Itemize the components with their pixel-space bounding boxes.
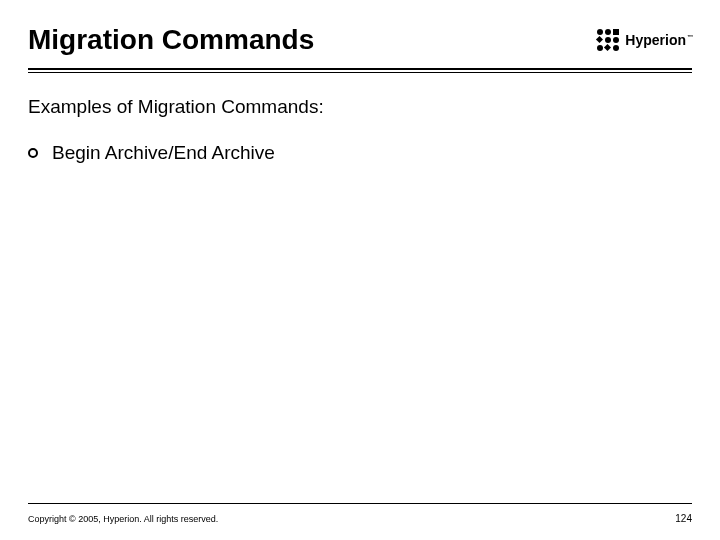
brand-trademark: ™ — [687, 34, 693, 40]
slide-header: Migration Commands Hyperion™ — [0, 24, 720, 56]
copyright-text: Copyright © 2005, Hyperion. All rights r… — [28, 514, 218, 524]
section-subtitle: Examples of Migration Commands: — [28, 96, 324, 118]
list-item: Begin Archive/End Archive — [28, 142, 275, 164]
header-divider-thick — [28, 68, 692, 70]
bullet-text: Begin Archive/End Archive — [52, 142, 275, 164]
brand-name-text: Hyperion — [625, 32, 686, 48]
slide-footer: Copyright © 2005, Hyperion. All rights r… — [28, 513, 692, 524]
brand-glyphs-icon — [597, 29, 619, 51]
brand-logo: Hyperion™ — [597, 29, 692, 51]
page-title: Migration Commands — [28, 24, 314, 56]
bullet-icon — [28, 148, 38, 158]
svg-point-0 — [29, 149, 37, 157]
header-divider-thin — [28, 72, 692, 73]
page-number: 124 — [675, 513, 692, 524]
slide: Migration Commands Hyperion™ Examples of… — [0, 0, 720, 540]
brand-name: Hyperion™ — [625, 32, 692, 48]
bullet-list: Begin Archive/End Archive — [28, 142, 275, 164]
footer-divider — [28, 503, 692, 504]
